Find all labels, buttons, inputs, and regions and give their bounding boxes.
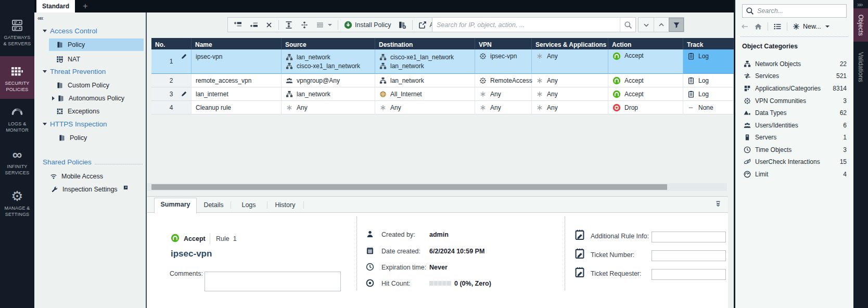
new-object-button[interactable]: New...: [793, 23, 829, 30]
tab-summary[interactable]: Summary: [154, 198, 197, 213]
delete-rule-button[interactable]: [262, 18, 276, 31]
track-cell[interactable]: Log: [683, 49, 734, 74]
tab-objects[interactable]: Objects: [853, 8, 868, 42]
collapse-all-button[interactable]: [297, 18, 312, 31]
nav-section-https-inspection[interactable]: HTTPS Inspection: [43, 119, 107, 129]
sidebar-item-security-policies[interactable]: SECURITYPOLICIES: [0, 56, 34, 99]
sidebar-item-manage-settings[interactable]: ⚙ MANAGE &SETTINGS: [0, 189, 34, 222]
sidebar-item-label: INFINITY: [0, 163, 34, 170]
object-label[interactable]: cisco-xe1_lan_network: [390, 54, 454, 61]
network-icon: [286, 54, 293, 61]
category-label: UserCheck Interactions: [755, 158, 820, 165]
object-label[interactable]: vpngroup@Any: [297, 77, 340, 84]
ticket-requester-input[interactable]: [652, 269, 726, 280]
table-row[interactable]: 3 lan_internet lan_network All_Internet …: [151, 87, 734, 101]
action-label[interactable]: Accept: [624, 91, 644, 98]
action-cell: Drop: [608, 101, 683, 114]
list-view-icon[interactable]: [773, 22, 782, 31]
nav-item-nat[interactable]: NAT: [49, 53, 144, 66]
category-users-identities[interactable]: Users/Identities 6: [735, 119, 853, 131]
nav-item-inspection-settings[interactable]: Inspection Settings: [46, 183, 144, 196]
nav-item-policy[interactable]: Policy: [49, 38, 144, 51]
object-label[interactable]: lan_network: [297, 91, 330, 98]
nav-item-autonomous-policy[interactable]: Autonomous Policy: [49, 92, 144, 105]
comments-input[interactable]: [205, 272, 341, 291]
object-label[interactable]: cisco-xe1_lan_network: [297, 62, 360, 70]
home-icon[interactable]: [754, 22, 762, 31]
add-rule-below-button[interactable]: [246, 18, 261, 31]
collapse-panel-icon[interactable]: [714, 200, 722, 208]
back-arrow-icon[interactable]: [741, 22, 749, 31]
track-cell[interactable]: Log: [683, 87, 734, 101]
nav-item-custom-policy[interactable]: Custom Policy: [49, 79, 144, 92]
track-cell[interactable]: Log: [683, 74, 734, 87]
tab-details[interactable]: Details: [197, 199, 231, 213]
action-label[interactable]: Accept: [624, 77, 644, 84]
object-label[interactable]: ipsec-vpn: [490, 53, 517, 60]
ticket-number-input[interactable]: [652, 250, 726, 261]
category-servers[interactable]: Servers 1: [735, 131, 853, 143]
object-label[interactable]: lan_network: [390, 77, 424, 84]
object-label[interactable]: Any: [547, 91, 558, 98]
object-label[interactable]: Any: [490, 104, 501, 111]
nav-item-mobile-access[interactable]: Mobile Access: [46, 170, 144, 183]
search-icon: [624, 21, 632, 29]
date-created-label: Date created:: [381, 248, 420, 255]
object-label[interactable]: All_Internet: [390, 91, 422, 98]
find-previous-button[interactable]: [654, 18, 669, 32]
category-usercheck[interactable]: UserCheck Interactions 15: [735, 156, 853, 168]
table-row[interactable]: 2 remote_access_vpn vpngroup@Any lan_net…: [151, 74, 734, 87]
category-services[interactable]: Services 521: [735, 70, 853, 82]
rulebase-search-input[interactable]: [432, 21, 620, 29]
object-label[interactable]: Any: [490, 91, 501, 98]
new-tab-button[interactable]: +: [80, 1, 91, 11]
tab-logs[interactable]: Logs: [231, 199, 267, 213]
sidebar-item-infinity-services[interactable]: ∞ INFINITYSERVICES: [0, 148, 34, 180]
scrollbar-thumb[interactable]: [151, 184, 667, 190]
policy-settings-button[interactable]: [395, 18, 410, 31]
find-next-button[interactable]: [639, 18, 654, 32]
app-sidebar: GATEWAYS& SERVERS SECURITYPOLICIES LOGS …: [0, 0, 34, 308]
table-row[interactable]: 4 Cleanup rule Any Any Any Any Drop None: [151, 101, 734, 114]
install-policy-button[interactable]: Install Policy: [341, 18, 394, 31]
object-label[interactable]: lan_network: [297, 54, 330, 61]
nav-section-threat-prevention[interactable]: Threat Prevention: [43, 67, 106, 76]
object-label[interactable]: Any: [297, 104, 308, 111]
category-data-types[interactable]: Data Types 62: [735, 107, 853, 119]
action-label[interactable]: Drop: [624, 104, 638, 111]
objects-search-input[interactable]: [757, 7, 843, 15]
view-menu-button[interactable]: [313, 18, 335, 31]
category-vpn-communities[interactable]: VPN Communities 3: [735, 95, 853, 107]
table-row[interactable]: 1 ipsec-vpn lan_network cisco-xe1_lan_ne…: [151, 49, 734, 74]
divider: [338, 20, 338, 30]
collapse-right-icon[interactable]: »»: [857, 1, 862, 8]
tab-validations[interactable]: Validations: [853, 44, 868, 91]
object-label[interactable]: Any: [547, 53, 558, 60]
nav-item-exceptions[interactable]: Exceptions: [49, 105, 144, 118]
track-cell[interactable]: None: [683, 101, 734, 114]
nav-item-https-policy[interactable]: Policy: [49, 132, 144, 144]
add-rule-above-button[interactable]: [230, 18, 245, 31]
category-time-objects[interactable]: Time Objects 3: [735, 144, 853, 156]
category-applications[interactable]: Applications/Categories 8314: [735, 82, 853, 94]
action-label[interactable]: Accept: [624, 52, 644, 59]
nav-section-shared-policies[interactable]: Shared Policies: [43, 157, 143, 166]
object-label[interactable]: RemoteAccess: [490, 77, 532, 84]
horizontal-scrollbar[interactable]: [147, 183, 727, 191]
object-label[interactable]: Any: [547, 77, 558, 84]
additional-info-input[interactable]: [652, 232, 726, 242]
policy-package-tab[interactable]: Standard: [36, 0, 75, 12]
search-button[interactable]: [620, 18, 635, 32]
sidebar-item-logs-monitor[interactable]: LOGS &MONITOR: [0, 105, 34, 137]
filter-toggle-button[interactable]: [669, 18, 684, 32]
expand-all-button[interactable]: [282, 18, 296, 31]
object-label[interactable]: lan_network: [390, 62, 424, 70]
nav-section-access-control[interactable]: Access Control: [43, 26, 97, 35]
category-network-objects[interactable]: Network Objects 22: [735, 58, 853, 70]
object-label[interactable]: Any: [390, 104, 401, 111]
object-label[interactable]: Any: [547, 104, 558, 111]
tab-history[interactable]: History: [267, 199, 303, 213]
sidebar-item-gateways-servers[interactable]: GATEWAYS& SERVERS: [0, 19, 34, 51]
collapse-nav-icon[interactable]: ««: [37, 15, 42, 22]
category-limit[interactable]: Limit 4: [735, 168, 853, 180]
